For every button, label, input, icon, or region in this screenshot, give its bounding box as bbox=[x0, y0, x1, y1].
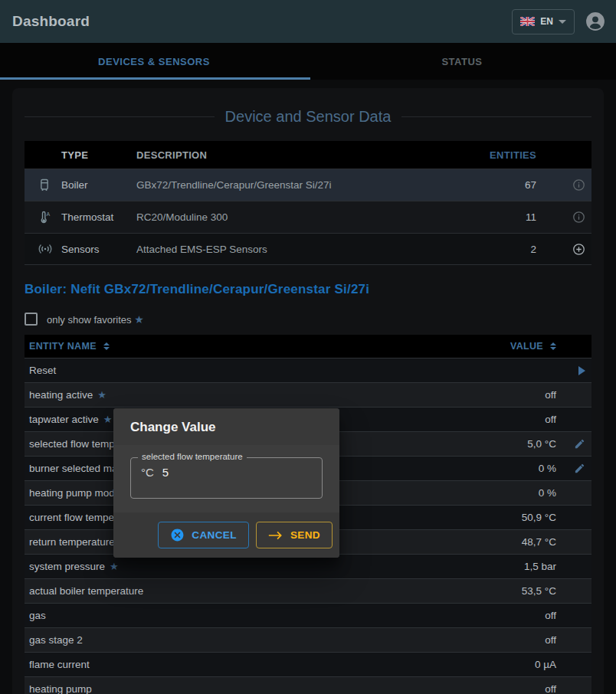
entity-row[interactable]: Reset bbox=[25, 358, 591, 382]
dialog-title: Change Value bbox=[113, 408, 339, 445]
device-description: Attached EMS-ESP Sensors bbox=[136, 244, 483, 255]
sort-icon bbox=[103, 342, 110, 350]
svg-text:A: A bbox=[47, 211, 51, 217]
col-type: TYPE bbox=[61, 149, 136, 161]
star-icon: ★ bbox=[110, 561, 119, 572]
content-card: Device and Sensor Data TYPE DESCRIPTION … bbox=[12, 88, 604, 694]
entity-row[interactable]: actual boiler temperature 53,5 °C bbox=[25, 578, 591, 603]
col-entities: ENTITIES bbox=[483, 149, 536, 161]
device-entities-count: 2 bbox=[483, 244, 536, 255]
device-type: Boiler bbox=[61, 179, 136, 191]
uk-flag-icon bbox=[520, 17, 535, 26]
col-description: DESCRIPTION bbox=[136, 149, 483, 161]
boiler-icon bbox=[37, 178, 61, 193]
page-title: Dashboard bbox=[12, 13, 90, 30]
device-row-boiler[interactable]: Boiler GBx72/Trendline/Cerapur/Greenstar… bbox=[25, 169, 591, 201]
device-table-header: TYPE DESCRIPTION ENTITIES bbox=[25, 141, 591, 169]
device-row-sensors[interactable]: Sensors Attached EMS-ESP Sensors 2 bbox=[25, 233, 591, 265]
entity-table-header: ENTITY NAME VALUE bbox=[25, 335, 591, 358]
tab-bar: DEVICES & SENSORS STATUS bbox=[0, 43, 616, 80]
sensors-icon bbox=[37, 241, 61, 257]
star-icon: ★ bbox=[103, 414, 113, 425]
account-icon[interactable] bbox=[585, 11, 605, 31]
boiler-heading: Boiler: Nefit GBx72/Trendline/Cerapur/Gr… bbox=[25, 282, 591, 297]
col-entity-name[interactable]: ENTITY NAME bbox=[29, 341, 464, 352]
cancel-button[interactable]: CANCEL bbox=[158, 522, 249, 548]
device-entities-count: 11 bbox=[483, 211, 536, 223]
entity-row[interactable]: gas stage 2 off bbox=[25, 627, 591, 652]
edit-icon[interactable] bbox=[574, 463, 585, 474]
device-row-thermostat[interactable]: A Thermostat RC20/Moduline 300 11 bbox=[25, 201, 591, 233]
entity-row[interactable]: flame current 0 µA bbox=[25, 652, 591, 676]
sort-icon bbox=[550, 342, 556, 350]
unit-adornment: °C bbox=[141, 466, 154, 479]
info-icon[interactable] bbox=[572, 178, 585, 192]
device-table: TYPE DESCRIPTION ENTITIES Boiler GBx72/T… bbox=[25, 141, 591, 265]
active-tab-indicator bbox=[0, 77, 310, 80]
device-type: Thermostat bbox=[61, 211, 136, 223]
favorites-checkbox[interactable] bbox=[25, 313, 38, 326]
execute-command-icon[interactable] bbox=[578, 366, 585, 375]
device-description: RC20/Moduline 300 bbox=[136, 211, 483, 223]
favorites-filter: only show favorites ★ bbox=[25, 313, 591, 326]
entity-row[interactable]: heating pump off bbox=[25, 676, 591, 694]
section-title: Device and Sensor Data bbox=[25, 108, 591, 126]
favorites-label: only show favorites ★ bbox=[47, 313, 144, 326]
star-icon: ★ bbox=[134, 313, 144, 326]
dialog-actions: CANCEL SEND bbox=[113, 512, 339, 558]
entity-row[interactable]: heating active★ off bbox=[25, 382, 591, 407]
value-input-text[interactable]: 5 bbox=[162, 466, 169, 479]
edit-icon[interactable] bbox=[574, 438, 585, 450]
language-selector[interactable]: EN bbox=[512, 9, 575, 34]
chevron-down-icon bbox=[559, 20, 566, 24]
thermostat-icon: A bbox=[37, 210, 61, 225]
tab-devices-sensors[interactable]: DEVICES & SENSORS bbox=[0, 43, 308, 80]
tab-status[interactable]: STATUS bbox=[308, 43, 616, 80]
change-value-dialog: Change Value selected flow temperature °… bbox=[113, 408, 339, 558]
app-bar: Dashboard EN bbox=[0, 0, 616, 43]
value-input[interactable]: selected flow temperature °C 5 bbox=[130, 457, 323, 499]
info-icon[interactable] bbox=[572, 211, 585, 224]
send-button[interactable]: SEND bbox=[256, 522, 333, 548]
col-value[interactable]: VALUE bbox=[464, 341, 556, 352]
star-icon: ★ bbox=[97, 389, 106, 401]
device-type: Sensors bbox=[61, 244, 136, 255]
value-input-label: selected flow temperature bbox=[138, 452, 247, 461]
device-entities-count: 67 bbox=[483, 179, 536, 191]
language-label: EN bbox=[540, 16, 553, 27]
device-description: GBx72/Trendline/Cerapur/Greenstar Si/27i bbox=[136, 179, 483, 191]
arrow-right-icon bbox=[268, 530, 283, 541]
cancel-icon bbox=[170, 528, 185, 542]
entity-row[interactable]: gas off bbox=[25, 603, 591, 627]
add-circle-icon[interactable] bbox=[572, 243, 585, 256]
